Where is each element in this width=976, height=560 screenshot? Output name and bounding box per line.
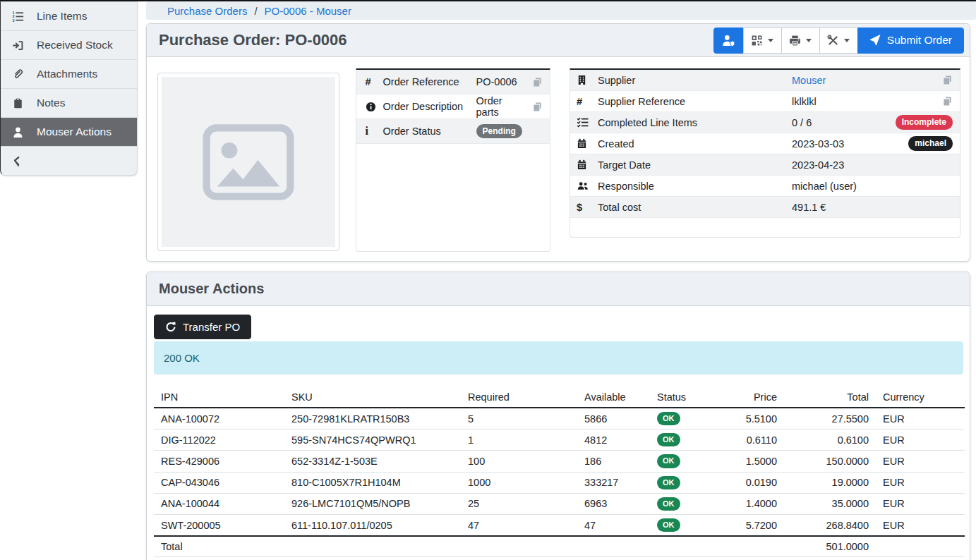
table-row: SWT-200005611-110.107.011/02054747OK5.72… xyxy=(154,514,965,536)
table-row: ANA-100044926-LMC7101QM5/NOPB256963OK1.4… xyxy=(154,493,965,514)
purchase-order-panel: Purchase Order: PO-0006 xyxy=(146,23,970,262)
sidebar-item-label: Attachments xyxy=(37,68,97,80)
table-footer-row: Total501.0000 xyxy=(154,536,965,557)
detail-label: Completed Line Items xyxy=(598,117,792,128)
copy-icon[interactable] xyxy=(942,96,953,106)
status-badge: Incomplete xyxy=(896,115,953,129)
required-cell: 5 xyxy=(461,408,577,430)
submit-order-button[interactable]: Submit Order xyxy=(857,28,964,54)
supplier-details-card: SupplierMouser#Supplier Referencelklklkl… xyxy=(570,68,960,238)
detail-label: Supplier Reference xyxy=(598,96,792,107)
detail-value: Mouser xyxy=(792,75,942,86)
column-header-total: Total xyxy=(784,387,876,408)
barcode-menu-button[interactable] xyxy=(743,28,782,54)
sign-in-icon xyxy=(11,39,25,51)
supplier-detail-row-total-cost: $Total cost491.1 € xyxy=(570,197,960,218)
total-cell: 268.8400 xyxy=(784,514,876,536)
detail-value: michael (user) xyxy=(792,181,953,192)
sidebar-item-label: Received Stock xyxy=(37,39,113,51)
sidebar-item-mouser-actions[interactable]: Mouser Actions xyxy=(1,117,137,146)
transfer-po-button[interactable]: Transfer PO xyxy=(154,315,251,339)
detail-label: Order Status xyxy=(383,126,476,137)
options-menu-button[interactable] xyxy=(819,28,858,54)
price-cell: 0.6110 xyxy=(735,430,784,451)
detail-label: Order Description xyxy=(383,101,476,112)
purchase-order-panel-header: Purchase Order: PO-0006 xyxy=(147,24,970,57)
detail-value: 491.1 € xyxy=(792,202,953,213)
available-cell: 333217 xyxy=(577,472,650,493)
mouser-link[interactable]: Mouser xyxy=(792,75,826,86)
total-cell: 150.0000 xyxy=(784,451,876,472)
ok-badge: OK xyxy=(657,518,680,532)
copy-icon[interactable] xyxy=(527,77,543,87)
column-header-required: Required xyxy=(461,387,577,408)
price-cell: 5.5100 xyxy=(735,408,784,430)
hashtag-icon: # xyxy=(366,76,383,87)
required-cell: 47 xyxy=(461,514,577,536)
copy-icon[interactable] xyxy=(942,75,953,85)
currency-cell: EUR xyxy=(876,430,965,451)
building-icon xyxy=(577,75,598,85)
caret-down-icon xyxy=(768,39,773,42)
image-placeholder-icon xyxy=(203,124,294,200)
sidebar-item-line-items[interactable]: 123Line Items xyxy=(1,2,137,30)
panel-title: Mouser Actions xyxy=(159,281,264,297)
alert-text: 200 OK xyxy=(164,352,200,364)
sidebar-nav: 123Line ItemsReceived StockAttachmentsNo… xyxy=(1,2,137,146)
table-header-row: IPNSKURequiredAvailableStatusPriceTotalC… xyxy=(154,387,965,408)
page-title: Purchase Order: PO-0006 xyxy=(159,31,347,49)
currency-cell: EUR xyxy=(876,514,965,536)
price-cell: 1.4000 xyxy=(735,493,784,514)
sidebar-item-notes[interactable]: Notes xyxy=(1,88,137,117)
status-cell: OK xyxy=(650,514,735,536)
currency-cell: EUR xyxy=(876,493,965,514)
sidebar-item-attachments[interactable]: Attachments xyxy=(1,59,137,88)
qrcode-icon xyxy=(751,35,763,47)
ipn-cell: ANA-100072 xyxy=(154,408,284,430)
detail-value: 2023-04-23 xyxy=(792,159,953,171)
order-detail-row-order-status: iOrder StatusPending xyxy=(356,119,550,144)
detail-label: Created xyxy=(598,138,792,150)
order-lines-table: IPNSKURequiredAvailableStatusPriceTotalC… xyxy=(154,387,965,557)
users-icon xyxy=(577,181,598,191)
sidebar-item-received-stock[interactable]: Received Stock xyxy=(1,30,137,59)
supplier-detail-row-target-date: Target Date2023-04-23 xyxy=(570,154,960,176)
currency-cell: EUR xyxy=(876,451,965,472)
refresh-icon xyxy=(165,322,176,333)
sku-cell: 810-C1005X7R1H104M xyxy=(284,472,461,493)
toolbar: Submit Order xyxy=(713,28,964,54)
info-circle-icon xyxy=(366,102,383,112)
copy-icon[interactable] xyxy=(527,102,543,112)
table-row: RES-429006652-3314Z-1-503E100186OK1.5000… xyxy=(154,451,965,472)
status-badge: michael xyxy=(908,136,953,150)
table-row: DIG-112022595-SN74HCS74QPWRQ114812OK0.61… xyxy=(154,430,965,451)
sidebar-item-label: Notes xyxy=(37,97,66,109)
sidebar-collapse-button[interactable] xyxy=(1,146,137,175)
breadcrumb-separator: / xyxy=(254,5,257,17)
breadcrumb-link-purchase-orders[interactable]: Purchase Orders xyxy=(167,5,247,17)
order-detail-row-order-reference: #Order ReferencePO-0006 xyxy=(356,70,550,95)
status-cell: OK xyxy=(650,408,735,430)
dollar-icon: $ xyxy=(577,202,598,213)
chevron-left-icon xyxy=(11,155,23,166)
spacer xyxy=(876,536,965,557)
column-header-sku: SKU xyxy=(284,387,461,408)
ok-badge: OK xyxy=(657,497,680,511)
supplier-detail-row-responsible: Responsiblemichael (user) xyxy=(570,176,960,197)
submit-order-label: Submit Order xyxy=(887,34,952,47)
admin-button[interactable] xyxy=(713,28,744,54)
transfer-po-label: Transfer PO xyxy=(183,321,240,333)
table-row: ANA-100072250-72981KLRATR150B355866OK5.5… xyxy=(154,408,965,430)
supplier-detail-row-supplier-reference: #Supplier Referencelklklkl xyxy=(570,91,960,112)
status-alert: 200 OK xyxy=(154,341,963,375)
print-menu-button[interactable] xyxy=(781,28,820,54)
tools-icon xyxy=(827,35,839,47)
sidebar-item-label: Mouser Actions xyxy=(37,126,112,138)
ipn-cell: ANA-100044 xyxy=(154,493,284,514)
available-cell: 4812 xyxy=(577,430,650,451)
hashtag-icon: # xyxy=(577,96,598,107)
calendar-icon xyxy=(577,138,598,149)
spacer xyxy=(284,536,784,557)
caret-down-icon xyxy=(806,39,812,42)
breadcrumb-link-current-order[interactable]: PO-0006 - Mouser xyxy=(265,5,351,17)
